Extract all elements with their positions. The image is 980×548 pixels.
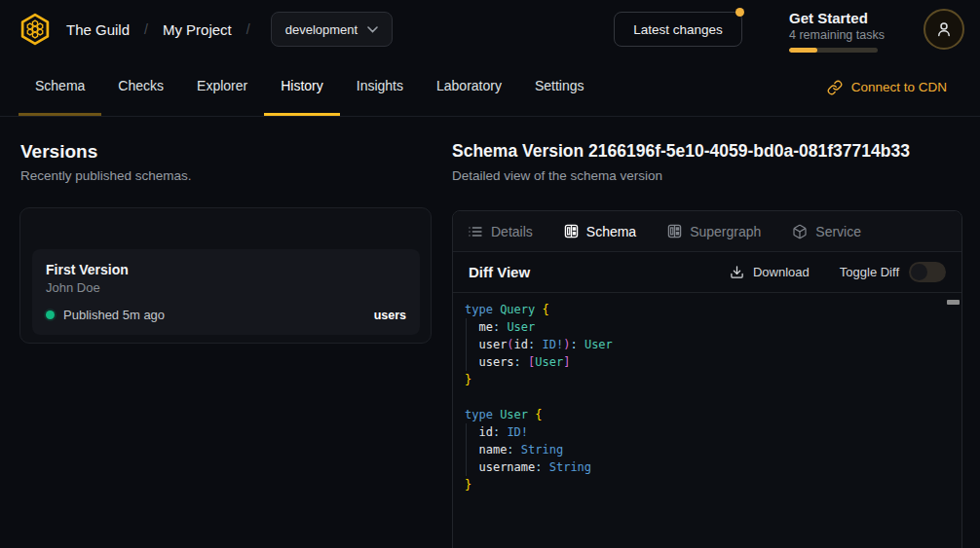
tab-details-label: Details [491,224,533,239]
indent-guide [466,318,467,371]
progress-fill [789,48,817,53]
get-started-title: Get Started [789,10,885,26]
tab-settings[interactable]: Settings [518,58,601,116]
tab-schema-label: Schema [586,224,636,239]
connect-to-cdn-link[interactable]: Connect to CDN [827,58,947,116]
version-list-item[interactable]: First Version John Doe Published 5m ago … [32,249,420,335]
scrollbar-thumb[interactable] [947,300,960,305]
hive-logo-icon[interactable] [18,12,53,47]
version-service-badge: users [374,309,406,322]
tab-service-label: Service [815,224,861,239]
switch-knob [911,264,927,280]
diff-view-header: Diff View Download Toggle Diff [453,252,961,293]
tab-schema[interactable]: Schema [19,58,101,116]
avatar[interactable] [923,9,964,50]
indent-guide [466,423,467,476]
main-nav: Schema Checks Explorer History Insights … [0,58,980,117]
download-button[interactable]: Download [730,265,810,279]
list-icon [468,224,483,239]
tab-explorer[interactable]: Explorer [180,58,264,116]
tab-schema-detail[interactable]: Schema [564,224,636,239]
version-name: First Version [46,262,406,277]
toggle-diff-label: Toggle Diff [840,265,899,279]
versions-subtitle: Recently published schemas. [20,168,192,183]
breadcrumb-project[interactable]: My Project [163,21,232,38]
notification-dot [735,8,744,17]
tab-checks[interactable]: Checks [101,58,180,116]
chevron-down-icon [367,26,378,33]
detail-tab-bar: Details Schema [453,211,961,252]
download-icon [730,265,744,279]
connect-to-cdn-label: Connect to CDN [851,80,947,94]
columns-icon [564,224,579,238]
breadcrumb-separator: / [144,21,148,37]
tab-supergraph-label: Supergraph [690,224,761,239]
person-icon [935,20,953,38]
tab-supergraph[interactable]: Supergraph [667,224,761,239]
tab-laboratory[interactable]: Laboratory [420,58,518,116]
tab-insights[interactable]: Insights [340,58,420,116]
breadcrumb-org[interactable]: The Guild [66,21,130,38]
tab-details[interactable]: Details [468,224,533,239]
version-detail-panel: Details Schema [452,210,962,548]
code-block: type Query { me: User user(id: ID!): Use… [465,301,950,493]
code-editor[interactable]: type Query { me: User user(id: ID!): Use… [453,293,961,548]
header: The Guild / My Project / development Lat… [0,0,980,58]
tab-service[interactable]: Service [792,224,861,239]
version-status-row: Published 5m ago users [46,308,406,322]
diff-view-title: Diff View [469,264,530,280]
tab-history[interactable]: History [264,58,340,116]
progress-bar [789,48,878,53]
version-author: John Doe [46,280,406,295]
download-label: Download [753,265,810,279]
get-started[interactable]: Get Started 4 remaining tasks [789,10,885,53]
versions-title: Versions [20,141,97,163]
version-status: Published 5m ago [63,308,165,322]
target-selector-value: development [285,22,358,37]
published-status-dot [46,311,55,319]
link-icon [827,80,843,95]
columns-icon [667,224,682,238]
get-started-subtitle: 4 remaining tasks [789,27,885,43]
app: The Guild / My Project / development Lat… [0,0,980,548]
breadcrumb: The Guild / My Project / development [66,12,393,47]
cube-icon [792,224,808,239]
latest-changes-button[interactable]: Latest changes [614,12,742,47]
target-selector[interactable]: development [271,12,393,47]
breadcrumb-separator: / [246,21,250,37]
versions-card: First Version John Doe Published 5m ago … [19,207,432,344]
schema-version-title: Schema Version 2166196f-5e10-4059-bd0a-0… [452,141,910,162]
toggle-diff-switch[interactable] [909,262,946,282]
schema-version-subtitle: Detailed view of the schema version [452,168,662,183]
latest-changes-wrap: Latest changes [614,12,742,47]
